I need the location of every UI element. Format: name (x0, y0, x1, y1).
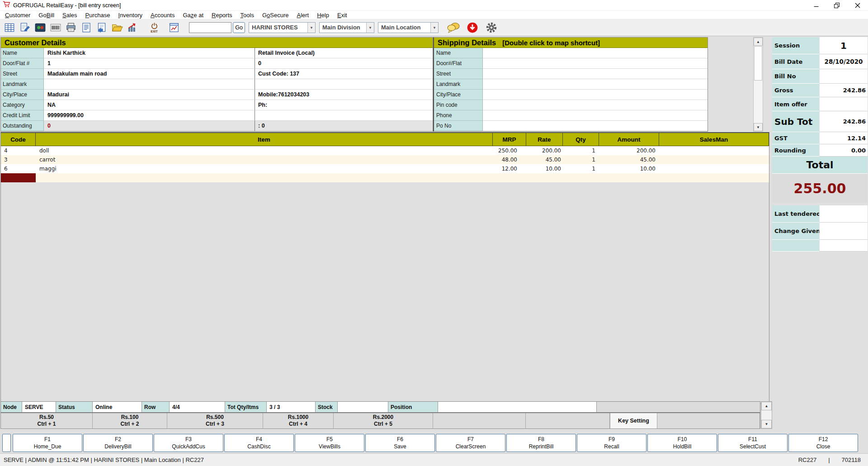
restore-button[interactable] (826, 0, 847, 10)
scroll-down-icon[interactable]: ▼ (761, 420, 772, 428)
chevron-down-icon[interactable]: ▼ (430, 23, 438, 33)
menu-item-gaze-at[interactable]: Gaze at (179, 12, 208, 19)
print-icon[interactable] (63, 20, 79, 35)
download-icon[interactable] (463, 20, 482, 35)
exit-power-icon[interactable]: EXIT (146, 20, 162, 35)
denomination-rs-50[interactable]: Rs.50Ctrl + 1 (1, 413, 93, 428)
fkey-f12-close[interactable]: F12Close (788, 434, 858, 452)
menu-item-reports[interactable]: Reports (208, 12, 236, 19)
folder-open-icon[interactable] (109, 20, 125, 35)
fkey-f9-recall[interactable]: F9Recall (577, 434, 646, 452)
tender-value-last-tendered[interactable] (819, 205, 868, 223)
blank-button[interactable] (2, 434, 11, 452)
column-header-mrp[interactable]: MRP (493, 133, 526, 146)
shipping-value-phone[interactable] (483, 110, 708, 121)
items-table: CodeItemMRPRateQtyAmountSalesMan 4doll25… (0, 132, 769, 404)
shipping-value-door-flat[interactable] (483, 58, 708, 69)
item-entry-row[interactable] (1, 173, 769, 182)
store-selector[interactable]: HARINI STORES ▼ (249, 22, 316, 33)
customer-value-outstanding[interactable]: 0 (44, 121, 255, 131)
customer-value-street[interactable]: Madakulam main road (44, 69, 255, 79)
customer-value-city-place[interactable]: Madurai (44, 90, 255, 100)
scroll-up-icon[interactable]: ▲ (761, 402, 772, 410)
chevron-down-icon[interactable]: ▼ (366, 23, 374, 33)
fkey-f1-home-due[interactable]: F1Home_Due (13, 434, 82, 452)
barcode-icon[interactable] (48, 20, 63, 35)
fkey-f11-selectcust[interactable]: F11SelectCust (718, 434, 788, 452)
column-header-qty[interactable]: Qty (563, 133, 599, 146)
division-selector[interactable]: Main Division ▼ (319, 22, 374, 33)
item-row-carrot[interactable]: 3carrot48.0045.00145.00 (1, 155, 769, 164)
details-scrollbar[interactable]: ▲ ▼ (753, 37, 763, 132)
fkey-f2-deliverybill[interactable]: F2DeliveryBill (83, 434, 153, 452)
menu-item-tools[interactable]: Tools (236, 12, 258, 19)
close-icon[interactable] (847, 0, 868, 10)
menu-item-accounts[interactable]: Accounts (146, 12, 179, 19)
fkey-f7-clearscreen[interactable]: F7ClearScreen (436, 434, 505, 452)
bill-edit-icon[interactable] (17, 20, 33, 35)
fkey-f4-cashdisc[interactable]: F4CashDisc (224, 434, 294, 452)
scroll-up-icon[interactable]: ▲ (754, 38, 763, 46)
column-header-rate[interactable]: Rate (526, 133, 563, 146)
fkey-f5-viewbills[interactable]: F5ViewBills (295, 434, 364, 452)
menu-item-purchase[interactable]: Purchase (81, 12, 114, 19)
shipping-value-pin-code[interactable] (483, 100, 708, 110)
location-selector[interactable]: Main Location ▼ (378, 22, 439, 33)
menu-item-help[interactable]: Help (313, 12, 333, 19)
media-icon[interactable] (33, 20, 48, 35)
customer-value-door-flat[interactable]: 1 (44, 58, 255, 69)
settings-gear-icon[interactable] (482, 20, 501, 35)
bill-summary-panel: Session1Bill Date28/10/2020Bill NoGross2… (772, 37, 868, 252)
fkey-f8-reprintbill[interactable]: F8ReprintBill (506, 434, 576, 452)
menu-item-alert[interactable]: Alert (292, 12, 313, 19)
column-header-amount[interactable]: Amount (599, 133, 659, 146)
column-header-salesman[interactable]: SalesMan (659, 133, 769, 146)
fkey-f3-quickaddcus[interactable]: F3QuickAddCus (154, 434, 223, 452)
shipping-value-po-no[interactable] (483, 121, 708, 131)
denomination-rs-2000[interactable]: Rs.2000Ctrl + 5 (334, 413, 433, 428)
menu-item-sales[interactable]: Sales (58, 12, 81, 19)
report-graph-icon[interactable] (166, 20, 182, 35)
denomination-rs-500[interactable]: Rs.500Ctrl + 3 (167, 413, 263, 428)
menu-item-customer[interactable]: Customer (1, 12, 34, 19)
customer-value-landmark[interactable] (44, 79, 255, 90)
item-row-doll[interactable]: 4doll250.00200.001200.00 (1, 146, 769, 155)
scroll-down-icon[interactable]: ▼ (754, 123, 763, 131)
key-setting-button[interactable]: Key Setting (610, 413, 657, 428)
bill-table-icon[interactable] (2, 20, 17, 35)
shipping-value-city-place[interactable] (483, 90, 708, 100)
shipping-value-street[interactable] (483, 69, 708, 79)
menu-item-exit[interactable]: Exit (333, 12, 351, 19)
bill-copy-icon[interactable] (94, 20, 109, 35)
active-cell-cursor[interactable] (1, 173, 36, 182)
denomination-rs-1000[interactable]: Rs.1000Ctrl + 4 (263, 413, 334, 428)
minimize-button[interactable] (806, 0, 826, 10)
shipping-details-header[interactable]: Shipping Details [Double click to map sh… (434, 38, 708, 48)
tender-value-change-given[interactable] (819, 223, 868, 240)
shipping-value-name[interactable] (483, 48, 708, 58)
chat-bubbles-icon[interactable] (444, 20, 463, 35)
menu-item-gobill[interactable]: GoBill (34, 12, 58, 19)
go-button[interactable]: Go (233, 22, 245, 33)
item-row-maggi[interactable]: 6maggi12.0010.00110.00 (1, 164, 769, 173)
column-header-code[interactable]: Code (1, 133, 36, 146)
column-header-item[interactable]: Item (36, 133, 493, 146)
sales-graph-icon[interactable] (125, 20, 140, 35)
fkey-f6-save[interactable]: F6Save (365, 434, 435, 452)
customer-extra-street: Cust Code: 137 (255, 69, 433, 79)
bottom-scrollbar[interactable]: ▲ ▼ (761, 401, 772, 429)
fkey-f10-holdbill[interactable]: F10HoldBill (647, 434, 717, 452)
quick-search-input[interactable] (189, 22, 231, 33)
summary-empty-value[interactable] (819, 240, 868, 252)
menu-item-gosecure[interactable]: GoSecure (258, 12, 293, 19)
shipping-value-landmark[interactable] (483, 79, 708, 90)
summary-label-bill-date: Bill Date (772, 54, 819, 69)
customer-value-category[interactable]: NA (44, 100, 255, 110)
customer-value-credit-limit[interactable]: 999999999.00 (44, 110, 255, 121)
scrollbar-thumb[interactable] (754, 46, 762, 81)
denomination-rs-100[interactable]: Rs.100Ctrl + 2 (93, 413, 167, 428)
customer-value-name[interactable]: Rishi Karthick (44, 48, 255, 58)
menu-item-inventory[interactable]: Inventory (114, 12, 147, 19)
chevron-down-icon[interactable]: ▼ (307, 23, 315, 33)
bill-view-icon[interactable] (79, 20, 94, 35)
